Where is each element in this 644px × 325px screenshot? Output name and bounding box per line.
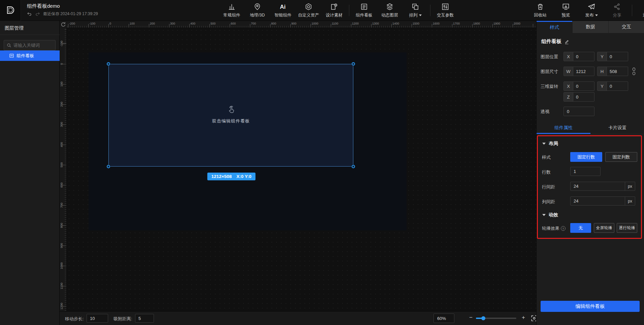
snap-distance-input[interactable] (135, 314, 154, 323)
style-fixed-rows-button[interactable]: 固定行数 (570, 152, 602, 162)
resize-handle-ne[interactable] (352, 62, 355, 66)
component-name: 组件看板 (541, 38, 561, 45)
layer-panel-title: 图层管理 (0, 21, 60, 35)
rotation-x-input[interactable] (573, 82, 594, 91)
ruler-label: 400 (60, 140, 63, 149)
rotation-y-field[interactable]: Y (597, 81, 628, 91)
rotation-z-field[interactable]: Z (564, 92, 594, 102)
svg-text:Ai: Ai (280, 4, 286, 10)
ruler-label: 1300 (372, 22, 379, 25)
app-logo[interactable] (0, 0, 21, 21)
col-gap-field[interactable]: px (570, 196, 635, 206)
ruler-label: 200 (60, 100, 63, 109)
toolbar-item-smart-components[interactable]: Ai 智能组件 (270, 0, 296, 21)
toolbar-item-custom-assets[interactable]: 自定义资产 (296, 0, 321, 21)
subtab-component-props[interactable]: 组件属性 (537, 123, 590, 134)
layer-search-input[interactable] (13, 43, 53, 48)
ruler-major-ticks (67, 24, 536, 28)
toolbar-item-interaction-params[interactable]: 交互参数 (432, 0, 458, 21)
arrange-icon (411, 3, 419, 11)
ruler-label: 400 (190, 22, 195, 25)
undo-icon[interactable] (27, 11, 32, 16)
rotation-x-field[interactable]: X (564, 81, 594, 91)
toolbar-item-geo-3d[interactable]: 地理/3D (245, 0, 270, 21)
recycle-bin-button[interactable]: 回收站 (527, 0, 553, 21)
position-y-field[interactable]: Y (597, 52, 628, 61)
carousel-fullscreen-button[interactable]: 全屏轮播 (594, 223, 614, 233)
canvas-viewport[interactable]: 双击编辑组件看板 1212×508 X:0 Y:0 (67, 28, 536, 311)
horizontal-ruler[interactable]: -200-10001002003004005006007008009001000… (67, 21, 536, 28)
app: 组件看板demo 最近保存 2024-01-29 17:39:29 常规组件 (0, 0, 644, 325)
selected-component[interactable]: 双击编辑组件看板 (108, 64, 353, 167)
toolbar-item-common-components[interactable]: 常规组件 (219, 0, 245, 21)
canvas-bottombar: 移动步长: 吸附距离: 60% − + (60, 311, 536, 325)
zoom-slider[interactable] (476, 318, 516, 319)
rows-input[interactable] (571, 167, 600, 176)
tab-data[interactable]: 数据 (572, 21, 608, 33)
ai-icon: Ai (279, 3, 287, 11)
perspective-field[interactable] (564, 107, 594, 116)
toolbar-item-component-board[interactable]: 组件看板 (351, 0, 377, 21)
ruler-label: 100 (130, 22, 135, 25)
row-gap-input[interactable] (571, 182, 625, 190)
layer-item-label: 组件看板 (17, 53, 34, 59)
carousel-none-button[interactable]: 无 (570, 223, 591, 233)
resize-handle-nw[interactable] (107, 62, 110, 66)
width-input[interactable] (573, 67, 594, 76)
preview-button[interactable]: 预览 (553, 0, 579, 21)
search-icon (7, 43, 11, 48)
share-button[interactable]: 分享 (604, 0, 630, 21)
subtab-card-settings[interactable]: 卡片设置 (590, 123, 644, 134)
height-input[interactable] (607, 67, 628, 76)
highlight-outline: 布局 样式 固定行数 固定列数 行数 行间距 px 列间距 px 动效 (537, 135, 642, 239)
vertical-ruler[interactable]: -100010020030040050060070080090010001100… (60, 28, 67, 311)
toolbar-item-design-assets[interactable]: 设计素材 (321, 0, 347, 21)
layers-icon (386, 3, 394, 11)
perspective-input[interactable] (564, 107, 594, 116)
toolbar-item-dynamic-layers[interactable]: 动态图层 (377, 0, 402, 21)
tab-interaction[interactable]: 交互 (608, 21, 644, 33)
move-step-input[interactable] (87, 314, 108, 323)
layer-search-box[interactable] (4, 40, 56, 50)
position-x-field[interactable]: X (564, 52, 594, 61)
rotation-y-input[interactable] (607, 82, 628, 91)
aspect-link-icon[interactable] (631, 67, 637, 75)
redo-icon[interactable] (35, 11, 40, 16)
layout-section-header[interactable]: 布局 (542, 141, 558, 147)
zoom-level-select[interactable]: 60% (433, 314, 454, 323)
ruler-label: -200 (69, 22, 75, 25)
zoom-in-button[interactable]: + (520, 314, 526, 322)
motion-section-header[interactable]: 动效 (542, 212, 558, 218)
edit-component-board-button[interactable]: 编辑组件看板 (541, 301, 640, 312)
toolbar-item-arrange[interactable]: 排列 (402, 0, 428, 21)
resize-handle-sw[interactable] (107, 165, 110, 168)
help-icon[interactable]: ? (561, 226, 566, 231)
reset-view-icon[interactable] (60, 22, 66, 28)
toolbar-divider (349, 5, 349, 16)
position-y-input[interactable] (607, 52, 628, 61)
layer-item-component-board[interactable]: 组件看板 (0, 50, 60, 61)
ruler-label: 1900 (493, 22, 500, 25)
tab-style[interactable]: 样式 (537, 21, 572, 33)
height-field[interactable]: H (597, 67, 628, 76)
rows-field[interactable] (570, 167, 601, 176)
board-icon (360, 3, 368, 11)
zoom-out-button[interactable]: − (468, 314, 474, 322)
resize-handle-se[interactable] (352, 165, 355, 168)
row-gap-field[interactable]: px (570, 182, 635, 191)
layout-section-title: 布局 (549, 141, 558, 147)
zoom-slider-handle[interactable] (481, 316, 485, 320)
publish-button[interactable]: 发布 (579, 0, 604, 21)
exit-button[interactable]: 退出 (634, 0, 644, 21)
row-gap-label: 行间距 (542, 184, 555, 190)
style-fixed-cols-button[interactable]: 固定列数 (605, 152, 637, 162)
position-x-input[interactable] (573, 52, 594, 61)
rotation-z-input[interactable] (573, 93, 594, 101)
ruler-label: 0 (109, 22, 111, 25)
col-gap-input[interactable] (571, 197, 625, 205)
preview-icon (562, 3, 570, 11)
width-field[interactable]: W (564, 67, 594, 76)
edit-pencil-icon[interactable] (564, 39, 570, 44)
layout-style-label: 样式 (542, 154, 551, 160)
carousel-by-row-button[interactable]: 逐行轮播 (617, 223, 637, 233)
